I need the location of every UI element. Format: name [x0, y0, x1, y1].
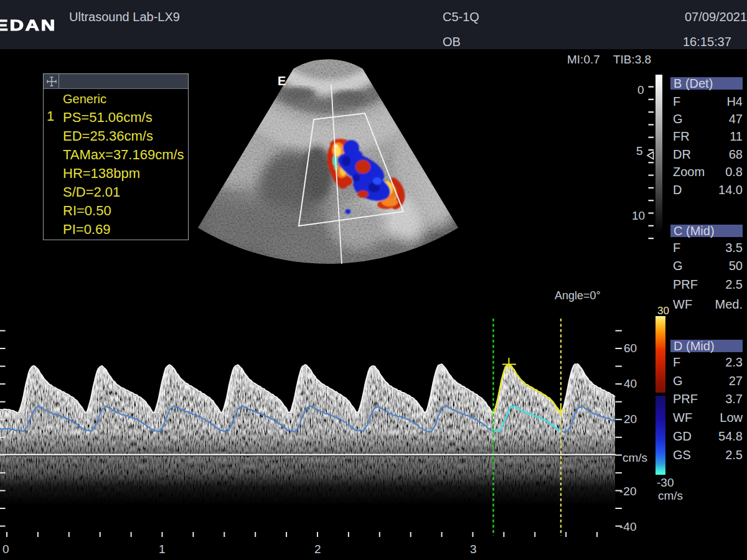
svg-text:E: E — [278, 74, 286, 88]
